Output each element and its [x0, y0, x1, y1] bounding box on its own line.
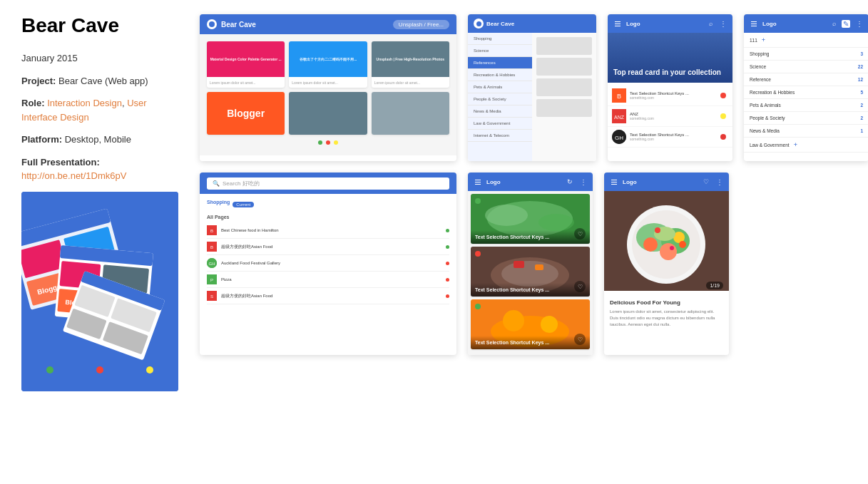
sc3-search-bar[interactable]: 🔍 Search 好吃的 [207, 177, 449, 190]
sc4-list-item-2: ANZ ANZ something.com [608, 106, 732, 127]
sc6-more-icon-left[interactable]: ⋮ [580, 178, 587, 186]
sc3-item-icon-4: P [207, 274, 217, 284]
sc1-card-5 [289, 92, 367, 135]
sc7-header: Logo ♡ ⋮ [604, 173, 729, 191]
svg-text:P: P [210, 278, 213, 282]
sc4-hero-title: Top read card in your collection [613, 68, 727, 77]
sc2-content [532, 33, 596, 161]
sc2-sidebar-science[interactable]: Science [468, 45, 532, 57]
sc3-list-item-1: B Best Chinese food in Hamilton [207, 222, 449, 239]
sc5-item-recreation[interactable]: Recreation & Hobbies 5 [744, 86, 868, 99]
svg-point-65 [670, 246, 674, 250]
sc5-item-science[interactable]: Science 22 [744, 61, 868, 73]
sc6-heart-icon-2[interactable]: ♡ [574, 281, 586, 292]
svg-point-44 [485, 205, 528, 226]
sc6-card-title-1: Text Selection Shortcut Keys ... [475, 235, 586, 240]
screenshot-search-list: 🔍 Search 好吃的 Shopping Current All Pages … [200, 173, 456, 355]
sc6-card-bowl: Text Selection Shortcut Keys ... ♡ [471, 247, 590, 297]
sc1-card-2: 谷歌出了个方向二:二维码不能不用... Lorem ipsum dolor si… [289, 41, 367, 88]
screenshot-top-read-card: Logo ⌕ ⋮ Top read card in your collectio… [608, 14, 732, 161]
svg-point-25 [476, 21, 481, 26]
sc3-dot-4 [446, 278, 449, 282]
meta-date: January 2015 [21, 51, 178, 66]
svg-point-21 [46, 366, 53, 374]
sc4-more-icon[interactable]: ⋮ [720, 20, 727, 28]
sc4-logo-title: Logo [626, 21, 640, 27]
sc6-card-title-2: Text Selection Shortcut Keys ... [475, 287, 586, 292]
sc5-hamburger-icon [750, 20, 758, 28]
sc1-header: Bear Cave Unsplash / Free... [200, 14, 456, 34]
role-link-interaction[interactable]: Interaction Design [47, 98, 122, 108]
sc6-heart-icon-3[interactable]: ♡ [574, 334, 586, 345]
sc5-body: 111 + Shopping 3 Science 22 Reference 12 [744, 33, 868, 153]
sc5-item-shopping[interactable]: Shopping 3 [744, 48, 868, 61]
sc5-item-reference[interactable]: Reference 12 [744, 73, 868, 86]
sc2-sidebar-internet[interactable]: Internet & Telecom [468, 130, 532, 142]
sc2-sidebar-references[interactable]: References [468, 57, 532, 69]
sc5-search-icon[interactable]: ⌕ [832, 20, 836, 27]
sc2-sidebar-recreation[interactable]: Recreation & Hobbies [468, 69, 532, 81]
sc2-sidebar-news[interactable]: News & Media [468, 105, 532, 118]
sc6-cards-body-left: Text Selection Shortcut Keys ... ♡ [468, 191, 593, 355]
sc7-heart-icon[interactable]: ♡ [703, 178, 709, 185]
sc3-list-item-3: GH Auckland Food Festival Gallery [207, 255, 449, 272]
sc2-sidebar-people[interactable]: People & Society [468, 93, 532, 105]
svg-point-54 [541, 316, 558, 333]
bear-cave-logo-icon [207, 19, 217, 29]
svg-rect-50 [535, 264, 543, 270]
svg-text:B: B [617, 93, 621, 100]
sc2-header: Bear Cave [468, 14, 596, 33]
sc3-item-title-2: 超级方便的好吃Asian Food [221, 244, 441, 250]
sc5-item-pets[interactable]: Pets & Animals 2 [744, 99, 868, 112]
sc5-item-news[interactable]: News & Media 1 [744, 125, 868, 138]
svg-point-22 [96, 366, 103, 374]
sc5-item-people[interactable]: People & Society 2 [744, 112, 868, 125]
sc4-list-item-3: GH Text Selection Shortcut Keys ... some… [608, 127, 732, 148]
sc2-logo-icon [474, 19, 484, 29]
sc1-card-6 [372, 92, 449, 135]
sc5-more-icon[interactable]: ⋮ [856, 20, 863, 28]
sc6-heart-icon-1[interactable]: ♡ [574, 228, 586, 240]
nav-dot-yellow [334, 140, 338, 145]
svg-text:GH: GH [615, 135, 623, 141]
svg-point-24 [209, 21, 215, 27]
svg-text:S: S [210, 294, 213, 299]
svg-point-53 [503, 310, 524, 331]
svg-point-23 [146, 366, 153, 374]
sc3-item-title-1: Best Chinese food in Hamilton [221, 228, 441, 232]
sc6-status-dot-3 [475, 304, 481, 309]
screenshot-mobile-cards-left: Logo ↻ ⋮ [468, 173, 593, 355]
sc5-edit-icon[interactable]: ✎ [842, 20, 850, 28]
sc5-item-111[interactable]: 111 + [744, 33, 868, 48]
meta-presentation: Full Presentation: http://on.be.net/1Dmk… [21, 155, 178, 183]
svg-text:ANZ: ANZ [614, 115, 625, 120]
sc5-item-law[interactable]: Law & Government + [744, 138, 868, 153]
sc3-list-item-2: B 超级方便的好吃Asian Food [207, 239, 449, 255]
right-panel: Bear Cave Unsplash / Free... Material De… [200, 14, 868, 391]
meta-project: Project: Bear Cave (Web app) [21, 74, 178, 88]
sc1-app-title: Bear Cave [221, 21, 256, 29]
left-panel: Bear Cave January 2015 Project: Bear Cav… [21, 14, 178, 391]
sc7-more-icon[interactable]: ⋮ [716, 178, 723, 186]
sc2-sidebar-shopping[interactable]: Shopping [468, 33, 532, 45]
sc7-title: Logo [623, 179, 637, 185]
sc4-item-dot-1 [720, 93, 726, 98]
sc6-refresh-icon[interactable]: ↻ [567, 178, 573, 185]
sc4-header: Logo ⌕ ⋮ [608, 14, 732, 33]
svg-text:B: B [210, 229, 213, 233]
sc6-card-title-3: Text Selection Shortcut Keys ... [475, 340, 586, 345]
sc3-item-title-4: Pizza [221, 277, 441, 282]
sc1-card-3: Unsplash | Free High-Resolution Photos L… [372, 41, 449, 88]
sc3-dot-5 [446, 294, 449, 298]
screenshot-mobile-article: Logo ♡ ⋮ [604, 173, 729, 355]
sc4-list-item-1: B Text Selection Shortcut Keys ... somet… [608, 86, 732, 106]
sc7-hero-image: 1/19 [604, 191, 729, 294]
sc2-sidebar-law[interactable]: Law & Government [468, 118, 532, 130]
sc6-header-left: Logo ↻ ⋮ [468, 173, 593, 191]
svg-rect-49 [514, 261, 524, 268]
presentation-link[interactable]: http://on.be.net/1Dmk6pV [21, 170, 126, 181]
sc2-sidebar-pets[interactable]: Pets & Animals [468, 81, 532, 93]
sc1-search-bar[interactable]: Unsplash / Free... [393, 20, 449, 29]
meta-role: Role: Interaction Design, User Interface… [21, 96, 178, 124]
sc4-search-icon[interactable]: ⌕ [709, 20, 713, 27]
